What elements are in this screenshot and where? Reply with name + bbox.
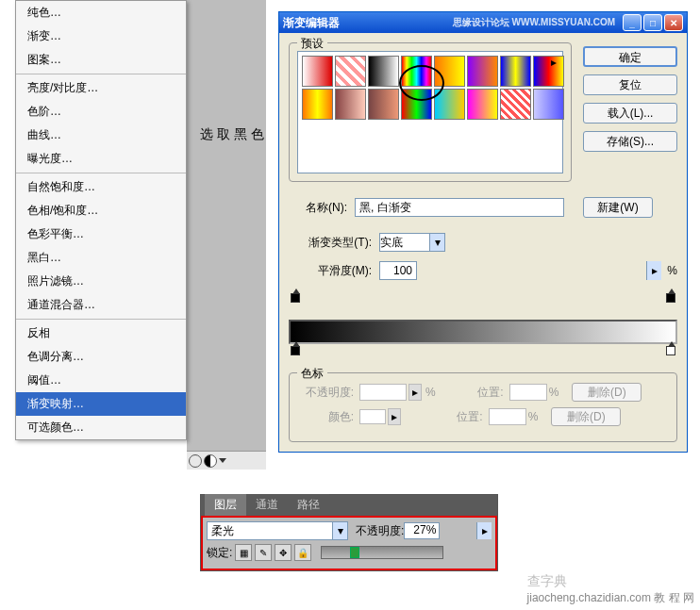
maximize-icon[interactable]: □	[643, 14, 662, 31]
presets-label: 预设	[297, 36, 327, 52]
color-stop-right[interactable]	[666, 346, 675, 355]
opacity-label: 不透明度:	[299, 385, 359, 401]
chevron-right-icon[interactable]: ▸	[646, 261, 661, 280]
chevron-down-icon: ▾	[332, 522, 347, 539]
opacity-slider[interactable]	[321, 546, 443, 559]
tab[interactable]: 图层	[205, 494, 246, 516]
menu-item[interactable]: 反相	[16, 321, 186, 345]
name-label: 名称(N):	[289, 200, 355, 216]
lock-label: 锁定:	[207, 545, 232, 561]
menu-item[interactable]: 色调分离…	[16, 345, 186, 369]
preset-swatch[interactable]	[302, 89, 333, 120]
menu-item[interactable]: 渐变…	[16, 25, 186, 48]
layers-panel: 图层通道路径 柔光 ▾ 不透明度: 27% ▸ 锁定: ▦ ✎ ✥ 🔒	[200, 494, 498, 571]
delete-button: 删除(D)	[551, 407, 621, 426]
menu-item[interactable]: 阈值…	[16, 369, 186, 392]
preset-swatch[interactable]	[533, 56, 564, 87]
menu-item[interactable]: 色相/饱和度…	[16, 199, 186, 223]
opacity-value[interactable]: 27%	[404, 522, 440, 539]
preset-swatch[interactable]	[434, 89, 465, 120]
preset-swatch[interactable]	[368, 56, 399, 87]
position-input	[489, 408, 526, 425]
preset-swatch[interactable]	[467, 56, 498, 87]
status-bar	[187, 451, 266, 470]
position-label: 位置:	[428, 409, 489, 425]
type-select[interactable]: 实底 ▾	[379, 233, 445, 252]
lock-transparency-icon[interactable]: ▦	[235, 544, 252, 561]
percent-label: %	[549, 386, 559, 399]
type-label: 渐变类型(T):	[289, 235, 379, 251]
dialog-title: 渐变编辑器	[283, 15, 453, 31]
menu-item[interactable]: 图案…	[16, 48, 186, 72]
reset-button[interactable]: 复位	[583, 74, 677, 95]
circle-icon	[189, 454, 202, 468]
dropdown-arrow-icon	[219, 458, 226, 463]
preset-swatch[interactable]	[335, 56, 366, 87]
gradient-preview[interactable]	[289, 320, 677, 344]
percent-label: %	[528, 410, 539, 423]
opacity-label: 不透明度:	[356, 523, 404, 539]
smooth-label: 平滑度(M):	[289, 263, 379, 279]
tab[interactable]: 路径	[288, 494, 329, 516]
chevron-right-icon: ▸	[388, 408, 401, 425]
tab[interactable]: 通道	[246, 494, 288, 516]
preset-swatch[interactable]	[500, 56, 531, 87]
menu-item[interactable]: 曝光度…	[16, 147, 186, 171]
opacity-stop-right[interactable]	[666, 293, 675, 303]
page-watermark: 查字典 jiaocheng.chazidian.com 教 程 网	[527, 573, 694, 606]
preset-menu-icon[interactable]: ▸	[551, 56, 557, 69]
menu-item[interactable]: 自然饱和度…	[16, 175, 186, 199]
menu-item[interactable]: 色彩平衡…	[16, 223, 186, 246]
lock-paint-icon[interactable]: ✎	[255, 544, 272, 561]
lock-position-icon[interactable]: ✥	[275, 544, 292, 561]
title-bar[interactable]: 渐变编辑器 思缘设计论坛 WWW.MISSYUAN.COM _ □ ✕	[279, 12, 687, 33]
presets-group: 预设 ▸	[289, 42, 572, 182]
preset-swatch[interactable]	[434, 56, 465, 87]
slider-thumb[interactable]	[350, 547, 359, 558]
name-input[interactable]	[355, 198, 564, 217]
watermark-text: 思缘设计论坛 WWW.MISSYUAN.COM	[453, 16, 615, 29]
preset-swatch[interactable]	[467, 89, 498, 120]
preset-swatch[interactable]	[533, 89, 564, 120]
delete-button: 删除(D)	[572, 383, 642, 402]
preset-swatch[interactable]	[401, 56, 432, 87]
menu-item[interactable]: 亮度/对比度…	[16, 76, 186, 100]
half-circle-icon	[204, 454, 217, 468]
color-stop-left[interactable]	[291, 346, 300, 355]
menu-item[interactable]: 通道混合器…	[16, 293, 186, 317]
preset-swatch[interactable]	[500, 89, 531, 120]
preset-swatch[interactable]	[335, 89, 366, 120]
ok-button[interactable]: 确定	[583, 46, 677, 67]
preset-swatch[interactable]	[401, 89, 432, 120]
menu-item[interactable]: 曲线…	[16, 124, 186, 147]
menu-item[interactable]: 可选颜色…	[16, 416, 186, 439]
chevron-down-icon: ▾	[429, 234, 444, 251]
opacity-input	[359, 384, 407, 401]
opacity-stop-left[interactable]	[291, 293, 300, 303]
preset-swatch[interactable]	[368, 89, 399, 120]
menu-item[interactable]: 照片滤镜…	[16, 270, 186, 293]
menu-item[interactable]: 黑白…	[16, 246, 186, 270]
load-button[interactable]: 载入(L)...	[583, 103, 677, 124]
position-label: 位置:	[449, 385, 509, 401]
menu-item[interactable]: 色阶…	[16, 100, 186, 124]
chevron-right-icon[interactable]: ▸	[476, 522, 492, 539]
menu-item[interactable]: 纯色…	[16, 1, 186, 25]
percent-label: %	[425, 386, 436, 399]
stops-label: 色标	[297, 366, 327, 382]
preset-swatch[interactable]	[302, 56, 333, 87]
percent-label: %	[667, 264, 677, 277]
adjustment-menu: 纯色…渐变…图案…亮度/对比度…色阶…曲线…曝光度…自然饱和度…色相/饱和度…色…	[15, 0, 187, 440]
blend-mode-select[interactable]: 柔光 ▾	[207, 521, 348, 540]
close-icon[interactable]: ✕	[664, 14, 683, 31]
minimize-icon[interactable]: _	[623, 14, 642, 31]
menu-item[interactable]: 渐变映射…	[16, 392, 186, 416]
position-input	[509, 384, 547, 401]
smooth-input[interactable]	[379, 261, 417, 280]
chevron-right-icon: ▸	[408, 384, 422, 401]
save-button[interactable]: 存储(S)...	[583, 131, 677, 152]
color-label: 颜色:	[299, 409, 359, 425]
color-swatch	[359, 409, 386, 424]
lock-all-icon[interactable]: 🔒	[294, 544, 311, 561]
new-button[interactable]: 新建(W)	[583, 197, 653, 218]
